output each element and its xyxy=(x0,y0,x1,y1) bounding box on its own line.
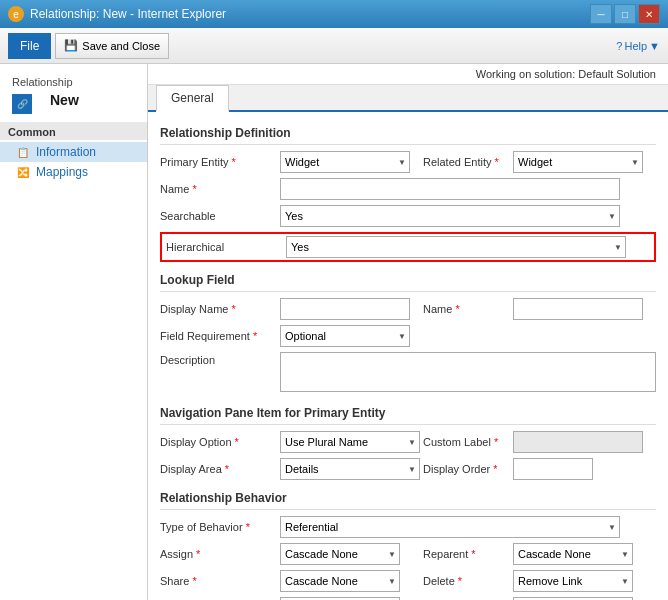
input-lookup-name[interactable]: new_ParentWidgetid xyxy=(513,298,643,320)
label-lookup-name: Name * xyxy=(423,303,513,315)
label-display-order: Display Order * xyxy=(423,463,513,475)
section-relationship-definition: Relationship Definition xyxy=(160,120,656,145)
row-display-option: Display Option * Use Plural Name Use Cus… xyxy=(160,431,656,453)
entity-header: 🔗 New xyxy=(0,92,147,122)
label-assign: Assign * xyxy=(160,548,280,560)
required-star-customlabel: * xyxy=(494,436,498,448)
control-display-order: 10,000 xyxy=(513,458,656,480)
select-field-requirement[interactable]: Optional Required xyxy=(280,325,410,347)
select-delete-wrapper[interactable]: Remove Link Cascade All Cascade None xyxy=(513,570,633,592)
control-display-option: Use Plural Name Use Custom Label Do Not … xyxy=(280,431,423,453)
required-star-displayname: * xyxy=(232,303,236,315)
required-star-fieldrequirement: * xyxy=(253,330,257,342)
minimize-button[interactable]: ─ xyxy=(590,4,612,24)
select-share-wrapper[interactable]: Cascade None Cascade All xyxy=(280,570,400,592)
label-share: Share * xyxy=(160,575,280,587)
required-star-assign: * xyxy=(196,548,200,560)
mappings-icon: 🔀 xyxy=(16,165,30,179)
select-searchable[interactable]: Yes No xyxy=(280,205,620,227)
label-type-of-behavior: Type of Behavior * xyxy=(160,521,280,533)
textarea-description[interactable] xyxy=(280,352,656,392)
select-share[interactable]: Cascade None Cascade All xyxy=(280,570,400,592)
help-button[interactable]: ? Help ▼ xyxy=(616,40,660,52)
help-chevron-icon: ▼ xyxy=(649,40,660,52)
label-primary-entity: Primary Entity * xyxy=(160,156,280,168)
label-description: Description xyxy=(160,352,280,366)
entity-name: New xyxy=(38,92,91,116)
sidebar-section-common: Common xyxy=(0,122,147,140)
select-type-behavior[interactable]: Referential Parental xyxy=(280,516,620,538)
title-bar-left: e Relationship: New - Internet Explorer xyxy=(8,6,226,22)
label-related-entity: Related Entity * xyxy=(423,156,513,168)
window-controls[interactable]: ─ □ ✕ xyxy=(590,4,660,24)
row-hierarchical: Hierarchical Yes No xyxy=(160,232,656,262)
control-custom-label xyxy=(513,431,656,453)
select-assign-wrapper[interactable]: Cascade None Cascade All xyxy=(280,543,400,565)
required-star-related: * xyxy=(495,156,499,168)
input-display-name[interactable]: Parent Widget xyxy=(280,298,410,320)
row-display-name: Display Name * Parent Widget Name * new_… xyxy=(160,298,656,320)
input-display-order[interactable]: 10,000 xyxy=(513,458,593,480)
select-assign[interactable]: Cascade None Cascade All xyxy=(280,543,400,565)
select-searchable-wrapper[interactable]: Yes No xyxy=(280,205,620,227)
select-display-option-wrapper[interactable]: Use Plural Name Use Custom Label Do Not … xyxy=(280,431,420,453)
required-star-share: * xyxy=(192,575,196,587)
control-display-area: Details xyxy=(280,458,423,480)
label-field-requirement: Field Requirement * xyxy=(160,330,280,342)
select-hierarchical-wrapper[interactable]: Yes No xyxy=(286,236,626,258)
row-assign: Assign * Cascade None Cascade All Repare… xyxy=(160,543,656,565)
row-description: Description xyxy=(160,352,656,395)
label-searchable: Searchable xyxy=(160,210,280,222)
required-star-reparent: * xyxy=(471,548,475,560)
input-name[interactable]: new_new_widget_new_widget xyxy=(280,178,620,200)
select-primary-entity[interactable]: Widget xyxy=(280,151,410,173)
section-relationship-behavior: Relationship Behavior xyxy=(160,485,656,510)
select-display-option[interactable]: Use Plural Name Use Custom Label Do Not … xyxy=(280,431,420,453)
sidebar: Relationship 🔗 New Common 📋 Information … xyxy=(0,64,148,600)
label-reparent: Reparent * xyxy=(423,548,513,560)
required-star-lookupname: * xyxy=(455,303,459,315)
select-field-requirement-wrapper[interactable]: Optional Required xyxy=(280,325,410,347)
control-assign: Cascade None Cascade All xyxy=(280,543,423,565)
maximize-button[interactable]: □ xyxy=(614,4,636,24)
control-reparent: Cascade None Cascade All xyxy=(513,543,656,565)
select-reparent-wrapper[interactable]: Cascade None Cascade All xyxy=(513,543,633,565)
label-delete: Delete * xyxy=(423,575,513,587)
control-display-name: Parent Widget xyxy=(280,298,423,320)
select-hierarchical[interactable]: Yes No xyxy=(286,236,626,258)
close-button[interactable]: ✕ xyxy=(638,4,660,24)
control-type-of-behavior: Referential Parental xyxy=(280,516,656,538)
label-display-option: Display Option * xyxy=(160,436,280,448)
select-reparent[interactable]: Cascade None Cascade All xyxy=(513,543,633,565)
select-delete[interactable]: Remove Link Cascade All Cascade None xyxy=(513,570,633,592)
row-field-requirement: Field Requirement * Optional Required xyxy=(160,325,656,347)
save-icon: 💾 xyxy=(64,39,78,52)
control-field-requirement: Optional Required xyxy=(280,325,656,347)
sidebar-item-information[interactable]: 📋 Information xyxy=(0,142,147,162)
tab-general[interactable]: General xyxy=(156,85,229,112)
select-related-entity[interactable]: Widget xyxy=(513,151,643,173)
entity-icon: 🔗 xyxy=(12,94,32,114)
control-share: Cascade None Cascade All xyxy=(280,570,423,592)
required-star-name: * xyxy=(192,183,196,195)
control-name: new_new_widget_new_widget xyxy=(280,178,656,200)
select-type-behavior-wrapper[interactable]: Referential Parental xyxy=(280,516,620,538)
file-button[interactable]: File xyxy=(8,33,51,59)
label-display-name: Display Name * xyxy=(160,303,280,315)
help-icon: ? xyxy=(616,40,622,52)
select-related-entity-wrapper[interactable]: Widget xyxy=(513,151,643,173)
content-area: Working on solution: Default Solution Ge… xyxy=(148,64,668,600)
input-custom-label[interactable] xyxy=(513,431,643,453)
save-and-close-button[interactable]: 💾 Save and Close xyxy=(55,33,169,59)
control-description xyxy=(280,352,656,395)
select-display-area[interactable]: Details xyxy=(280,458,420,480)
select-display-area-wrapper[interactable]: Details xyxy=(280,458,420,480)
control-delete: Remove Link Cascade All Cascade None xyxy=(513,570,656,592)
toolbar: File 💾 Save and Close ? Help ▼ xyxy=(0,28,668,64)
tabs-bar: General xyxy=(148,85,668,112)
required-star-typebehavior: * xyxy=(246,521,250,533)
required-star-displayarea: * xyxy=(225,463,229,475)
label-hierarchical: Hierarchical xyxy=(166,241,286,253)
sidebar-item-mappings[interactable]: 🔀 Mappings xyxy=(0,162,147,182)
select-primary-entity-wrapper[interactable]: Widget xyxy=(280,151,410,173)
